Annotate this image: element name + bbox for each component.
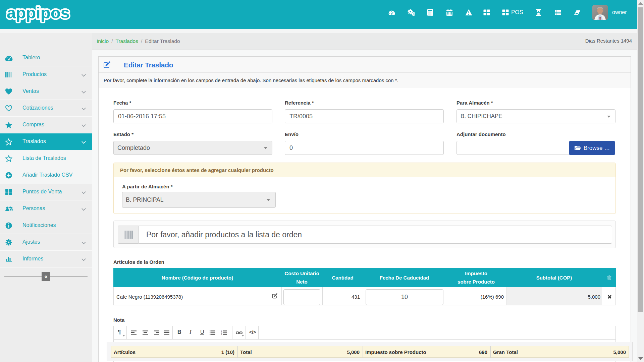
svg-text:3: 3 [221,334,222,336]
svg-text:appipos: appipos [7,4,70,22]
